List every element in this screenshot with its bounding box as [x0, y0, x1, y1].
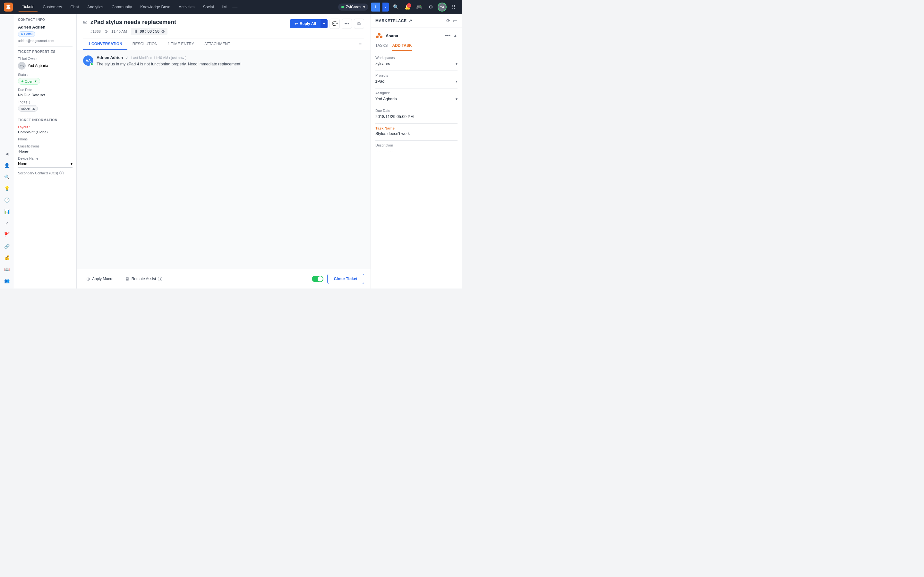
sidebar-collapse-button[interactable]: ◀	[2, 149, 12, 159]
app-logo[interactable]	[4, 3, 13, 11]
online-indicator	[90, 63, 94, 66]
svg-point-1	[376, 35, 379, 38]
remote-assist-info-icon[interactable]: ℹ	[158, 277, 162, 281]
notifications-button[interactable]: 🔔 1	[403, 3, 412, 11]
close-ticket-button[interactable]: Close Ticket	[327, 274, 364, 284]
message-text: The stylus in my zPad 4 is not functioni…	[97, 61, 364, 67]
sidebar-search-icon[interactable]: 🔍	[2, 172, 12, 182]
remote-assist-button[interactable]: 🖥 Remote Assist ℹ	[122, 274, 166, 284]
asana-more-options-icon[interactable]: •••	[445, 33, 451, 39]
owner-avatar: YA	[18, 62, 26, 69]
sidebar-people-icon[interactable]: 👥	[2, 276, 12, 286]
marketplace-title-text: MARKETPLACE	[375, 19, 407, 23]
nav-analytics[interactable]: Analytics	[83, 3, 107, 11]
secondary-contacts-info-icon[interactable]: i	[59, 171, 64, 175]
status-badge[interactable]: Open ▾	[18, 78, 40, 85]
asana-header: Asana ••• ▲	[375, 32, 457, 39]
tab-attachment[interactable]: ATTACHMENT	[199, 39, 235, 50]
main-layout: ◀ 👤 🔍 💡 🕐 📊 ↗ 🚩 🔗 💰 📖 👥 CONTACT INFO Adr…	[0, 14, 462, 288]
sidebar-history-icon[interactable]: 🕐	[2, 195, 12, 205]
nav-tickets[interactable]: Tickets	[18, 3, 38, 11]
tab-time-entry[interactable]: 1 TIME ENTRY	[163, 39, 199, 50]
add-button[interactable]: +	[371, 3, 380, 11]
toggle-thumb	[318, 276, 323, 282]
portal-label: Portal	[24, 32, 32, 36]
marketplace-refresh-icon[interactable]: ⟳	[446, 18, 451, 24]
ticket-info-title: TICKET INFORMATION	[18, 118, 73, 122]
sidebar-flag-icon[interactable]: 🚩	[2, 229, 12, 240]
nav-customers[interactable]: Customers	[39, 3, 66, 11]
sidebar-link-icon[interactable]: 🔗	[2, 241, 12, 251]
status-arrow-icon: ▾	[35, 79, 37, 83]
more-options-button[interactable]: •••	[342, 19, 352, 29]
owner-label: Ticket Owner	[18, 57, 73, 61]
notification-badge: 1	[407, 3, 411, 8]
message-avatar: AA	[83, 55, 94, 66]
tab-resolution[interactable]: RESOLUTION	[128, 39, 163, 50]
classifications-label: Classifications	[18, 144, 73, 148]
gamepad-button[interactable]: 🎮	[415, 3, 423, 11]
marketplace-actions: ⟳ ▭	[446, 18, 457, 24]
marketplace-external-link-icon[interactable]: ↗	[409, 19, 412, 23]
asana-name: Asana	[386, 33, 398, 38]
nav-social[interactable]: Social	[199, 3, 218, 11]
apply-macro-button[interactable]: ⊕ Apply Macro	[83, 274, 117, 284]
secondary-contacts-label: Secondary Contacts (CCs) i	[18, 171, 73, 175]
add-dropdown-button[interactable]: ▾	[383, 3, 389, 11]
sidebar-dollar-icon[interactable]: 💰	[2, 253, 12, 263]
nav-knowledge-base[interactable]: Knowledge Base	[136, 3, 174, 11]
toggle-control[interactable]	[312, 276, 323, 282]
asana-assignee-field: Assignee Yod Agbaria ▾	[375, 91, 457, 101]
user-avatar[interactable]: YA	[438, 3, 447, 11]
reply-all-dropdown-button[interactable]: ▾	[320, 19, 328, 28]
sidebar-share-icon[interactable]: ↗	[2, 218, 12, 228]
ticket-time: ⊙= 11:40 AM	[105, 29, 127, 34]
asana-assignee-value[interactable]: Yod Agbaria ▾	[375, 97, 457, 101]
asana-task-name-value: Stylus doesn't work	[375, 131, 457, 136]
asana-description-field: Description · · · · · · · · ·	[375, 143, 457, 153]
tag-badge: rubber tip	[18, 105, 38, 111]
message-author: Adrien Adrien	[97, 55, 123, 60]
grid-button[interactable]: ⠿	[449, 3, 458, 11]
contact-panel: CONTACT INFO Adrien Adrien Portal adrien…	[14, 14, 77, 288]
marketplace-minimize-icon[interactable]: ▭	[453, 18, 457, 24]
reply-all-button[interactable]: ↩ Reply All	[290, 19, 320, 28]
due-date-value: No Due Date set	[18, 93, 73, 97]
search-button[interactable]: 🔍	[391, 3, 401, 11]
device-name-dropdown[interactable]: None ▾	[18, 161, 73, 168]
asana-tab-tasks[interactable]: TASKS	[375, 43, 388, 51]
nav-community[interactable]: Community	[108, 3, 136, 11]
asana-projects-arrow-icon: ▾	[456, 79, 457, 84]
asana-collapse-icon[interactable]: ▲	[453, 33, 457, 38]
chat-icon-button[interactable]: 💬	[330, 19, 340, 29]
asana-projects-value[interactable]: zPad ▾	[375, 79, 457, 84]
asana-workspaces-value[interactable]: zylcares ▾	[375, 61, 457, 66]
message-header: Adrien Adrien ✓ Last Modified 11:40 AM (…	[97, 55, 364, 60]
nav-activities[interactable]: Activities	[175, 3, 198, 11]
nav-chat[interactable]: Chat	[67, 3, 83, 11]
settings-button[interactable]: ⚙	[426, 3, 435, 11]
ticket-header: ✉ zPad stylus needs replacement #1868 ⊙=…	[77, 14, 371, 50]
contact-portal-badge[interactable]: Portal	[18, 31, 35, 37]
asana-widget: Asana ••• ▲ TASKS ADD TASK Workspaces zy…	[371, 28, 462, 161]
layers-button[interactable]: ⧉	[354, 19, 364, 29]
main-content: ✉ zPad stylus needs replacement #1868 ⊙=…	[77, 14, 371, 288]
device-name-label: Device Name	[18, 156, 73, 160]
nav-im[interactable]: IM	[218, 3, 230, 11]
sidebar-book-icon[interactable]: 📖	[2, 264, 12, 274]
brand-switcher[interactable]: ZylCares ▾	[338, 3, 368, 11]
ticket-timer: ⏸ 00 : 00 : 50 ⟳	[131, 28, 168, 35]
right-panel: MARKETPLACE ↗ ⟳ ▭ Asana •••	[371, 14, 462, 288]
tags-label: Tags (1)	[18, 100, 73, 104]
tab-conversation[interactable]: 1 CONVERSATION	[83, 39, 128, 50]
tabs-more-button[interactable]: ≡	[356, 41, 364, 47]
asana-divider-2	[375, 88, 457, 89]
asana-tab-add-task[interactable]: ADD TASK	[392, 43, 412, 51]
sidebar-reports-icon[interactable]: 📊	[2, 206, 12, 217]
status-value: Open	[25, 79, 33, 83]
timer-pause-button[interactable]: ⏸	[134, 29, 138, 34]
sidebar-contacts-icon[interactable]: 👤	[2, 160, 12, 171]
toggle-switch[interactable]	[312, 276, 323, 282]
timer-refresh-button[interactable]: ⟳	[162, 29, 165, 34]
sidebar-bulb-icon[interactable]: 💡	[2, 183, 12, 193]
